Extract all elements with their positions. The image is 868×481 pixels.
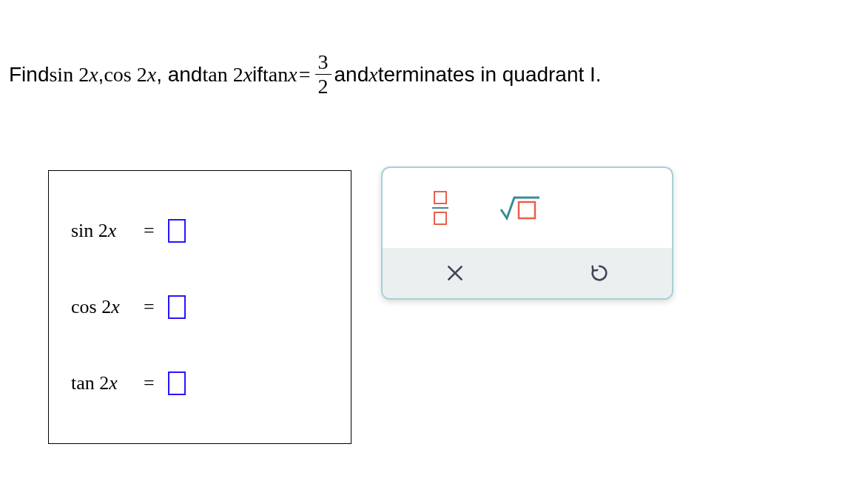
input-tan2x[interactable] [168,371,186,395]
equals: = [299,63,311,87]
clear-button[interactable] [438,256,472,290]
var-x-4: x [288,63,297,87]
var-x-1: x [89,63,98,87]
text-and: and [334,63,369,87]
input-cos2x[interactable] [168,295,186,319]
fraction-button[interactable] [418,186,462,230]
text-suffix: terminates in quadrant I. [378,63,602,87]
comma-and: , and [156,63,202,87]
undo-icon [589,263,610,283]
equals-cos2x: = [144,296,155,318]
text-if: if [252,63,263,87]
sqrt-button[interactable] [498,186,542,230]
answer-row-cos2x: cos 2x = [71,295,329,319]
fn-tan2: tan 2 [202,63,243,87]
toolbar-bottom-row [383,248,672,298]
label-cos2x: cos 2x [71,296,130,318]
var-x-2: x [147,63,156,87]
reset-button[interactable] [582,256,616,290]
fraction-icon [432,191,448,225]
equals-sin2x: = [144,220,155,242]
fn-tan: tan [263,63,288,87]
problem-statement: Find sin 2 x , cos 2 x , and tan 2 x if … [9,52,852,97]
toolbar-top-row [383,168,672,248]
close-icon [445,263,465,283]
var-x-3: x [243,63,252,87]
input-sin2x[interactable] [168,219,186,243]
numerator: 3 [315,52,332,74]
answer-box: sin 2x = cos 2x = tan 2x = [48,170,351,444]
svg-rect-0 [519,202,535,218]
answer-row-sin2x: sin 2x = [71,219,329,243]
sqrt-icon [499,193,541,223]
answer-row-tan2x: tan 2x = [71,371,329,395]
comma-1: , [98,63,104,87]
text-find: Find [9,63,49,87]
equals-tan2x: = [144,372,155,394]
fn-sin2: sin 2 [49,63,89,87]
var-x-5: x [369,63,377,87]
label-tan2x: tan 2x [71,372,130,394]
label-sin2x: sin 2x [71,220,130,242]
denominator: 2 [315,74,332,97]
fn-cos2: cos 2 [104,63,147,87]
fraction-3-2: 3 2 [315,52,332,97]
math-toolbar [381,166,673,300]
